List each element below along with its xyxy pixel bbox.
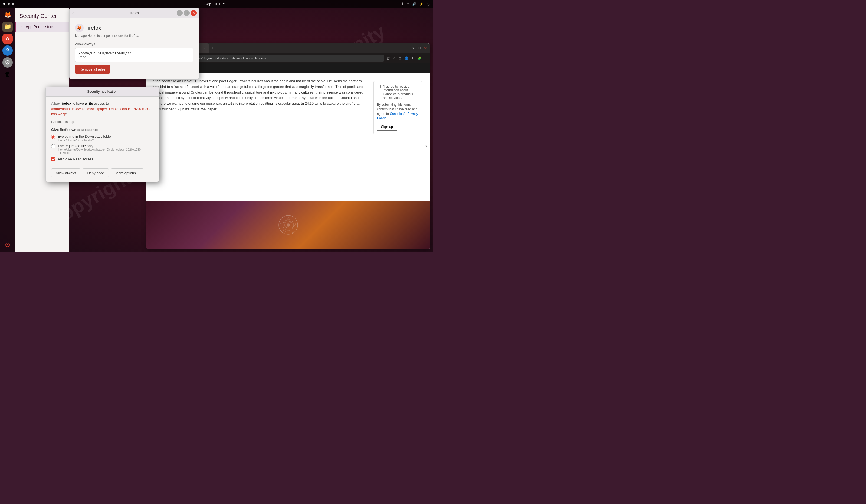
topbar-dot [3,3,5,5]
dock: 🦊 📁 A ? ⚙ 🗑 ⊙ [0,8,15,252]
browser-minimize-button[interactable]: − [412,46,416,50]
security-notification-dialog: Security notification Allow firefox to h… [45,87,159,182]
pocket-icon[interactable]: ⊡ [398,56,402,60]
app-name: firefox [86,25,101,31]
dialog-title: Security notification [87,90,118,93]
security-center-title: Security Center [15,8,69,22]
permission-type: Read [78,55,190,59]
permissions-window-title: firefox [129,11,139,15]
topbar-battery-icon: ⚡ [419,2,423,6]
radio-all-sublabel: /home/ubuntu/Downloads/** [58,138,112,142]
browser-close-button[interactable]: ✕ [423,46,428,50]
checkbox-read-label: Also give Read access [58,157,93,161]
bookmark-delete-icon[interactable]: 🗑 [386,56,391,60]
dialog-app-name: firefox [60,101,71,105]
toolbar-right-icons: 🗑 ☆ ⊡ 👤 ⬇ 🧩 ☰ [386,56,428,60]
sidebar-item-label: App Permissions [26,25,54,29]
download-icon[interactable]: ⬇ [411,56,415,60]
oriole-svg [277,214,299,236]
minimize-button[interactable]: − [177,10,183,16]
radio-all-text: Everything in the Downloads folder [58,134,112,138]
dialog-body: Allow firefox to have write access to /h… [46,96,159,169]
account-icon[interactable]: 👤 [403,56,409,60]
dialog-titlebar: Security notification [46,87,159,96]
browser-maximize-button[interactable]: □ [417,46,422,50]
article-sidebar: *I agree to receive information about Ca… [371,78,425,195]
consent-text: *I agree to receive information about Ca… [383,85,419,100]
form-checkbox-row: *I agree to receive information about Ca… [377,85,419,100]
browser-main: ⊙ Blog ▾ In the poem "To an Oriole" [1],… [146,63,430,249]
sidebar-item-app-permissions[interactable]: ← App Permissions [15,22,69,32]
signup-button[interactable]: Sign up [377,123,397,130]
url-text: https://ubuntu.com/blog/a-desktop-touche… [177,57,382,60]
blog-article: In the poem "To an Oriole" [1], novelist… [146,73,430,201]
article-text: In the poem "To an Oriole" [1], novelist… [152,78,365,195]
article-content: In the poem "To an Oriole" [1], novelist… [152,79,363,111]
permissions-window-titlebar: ‹ firefox − □ ✕ [69,8,199,18]
radio-option-all: Everything in the Downloads folder /home… [51,134,154,142]
dock-icon-appstore[interactable]: A [2,34,13,44]
topbar-network-icon: ⊕ [407,2,409,6]
bookmark-star-icon[interactable]: ☆ [392,56,397,60]
remove-all-rules-button[interactable]: Remove all rules [75,65,110,73]
topbar-cross-icon: ✚ [401,2,404,6]
dialog-access-type: write [85,101,93,105]
sidebar-form: *I agree to receive information about Ca… [374,81,422,134]
about-app-toggle[interactable]: › About this app [51,120,154,124]
about-app-label: About this app [53,120,74,124]
topbar-dot [8,3,10,5]
topbar-volume-icon: 🔊 [412,2,417,6]
access-section-label: Give firefox write access to: [51,128,154,132]
blog-wallpaper-image [146,201,430,249]
topbar-time: Sep 10 13:10 [204,2,229,6]
permissions-window-content: 🦊 firefox Manage Home folder permissions… [69,18,199,79]
topbar-left [3,3,14,5]
dock-icon-settings[interactable]: ⚙ [2,57,13,68]
dock-icon-ubuntu[interactable]: ⊙ [2,240,13,250]
permission-row: /home/ubuntu/Downloads/** Read [75,48,193,62]
dock-icon-firefox[interactable]: 🦊 [2,10,13,20]
form-legal-text: By submitting this form, I confirm that … [377,102,419,121]
permissions-window: ‹ firefox − □ ✕ 🦊 firefox Manage Home fo… [69,8,199,79]
dock-icon-trash[interactable]: 🗑 [2,69,13,80]
blog-chevron-icon[interactable]: ▾ [425,145,427,148]
consent-checkbox[interactable] [377,85,381,89]
tab-close-button[interactable]: ✕ [203,46,206,50]
topbar-icons: ✚ ⊕ 🔊 ⚡ ⏻ [401,2,430,6]
more-options-button[interactable]: More options... [111,169,143,177]
svg-point-2 [287,224,290,227]
checkbox-read-access: Also give Read access [51,157,154,161]
checkbox-read-input[interactable] [51,157,55,161]
radio-option-file: The requested file only /home/ubuntu/Dow… [51,144,154,154]
radio-file-sublabel: /home/ubuntu/Downloads/wallpaper_Oriole_… [58,148,154,154]
app-subtitle: Manage Home folder permissions for firef… [75,34,193,37]
app-icon: 🦊 [75,24,84,32]
close-button[interactable]: ✕ [191,10,197,16]
allow-always-button[interactable]: Allow always [51,169,80,177]
dialog-path: /home/ubuntu/Downloads/wallpaper_Oriole_… [51,107,151,116]
topbar-power-icon[interactable]: ⏻ [426,2,430,6]
deny-once-button[interactable]: Deny once [82,169,109,177]
nav-arrow-icon: ← [20,25,24,28]
chevron-right-icon: › [51,120,52,124]
dock-icon-help[interactable]: ? [2,45,13,56]
back-button[interactable]: ‹ [72,11,74,15]
permission-path: /home/ubuntu/Downloads/** [78,51,190,55]
browser-window-controls: − □ ✕ [412,46,428,50]
radio-file-label: The requested file only /home/ubuntu/Dow… [58,144,154,154]
dialog-buttons: Allow always Deny once More options... [46,169,159,182]
radio-all-input[interactable] [51,135,55,139]
extensions-icon[interactable]: 🧩 [416,56,422,60]
dock-icon-files[interactable]: 📁 [2,22,13,32]
menu-icon[interactable]: ☰ [423,56,428,60]
app-icon-row: 🦊 firefox [75,24,193,32]
allow-always-label: Allow always [75,42,193,46]
window-controls: − □ ✕ [177,10,197,16]
maximize-button[interactable]: □ [184,10,190,16]
topbar: Sep 10 13:10 ✚ ⊕ 🔊 ⚡ ⏻ [0,0,433,8]
topbar-dot [12,3,14,5]
new-tab-button[interactable]: + [209,46,216,50]
address-bar[interactable]: 🔒 https://ubuntu.com/blog/a-desktop-touc… [169,55,384,62]
radio-file-text: The requested file only [58,144,154,148]
radio-file-input[interactable] [51,144,55,148]
